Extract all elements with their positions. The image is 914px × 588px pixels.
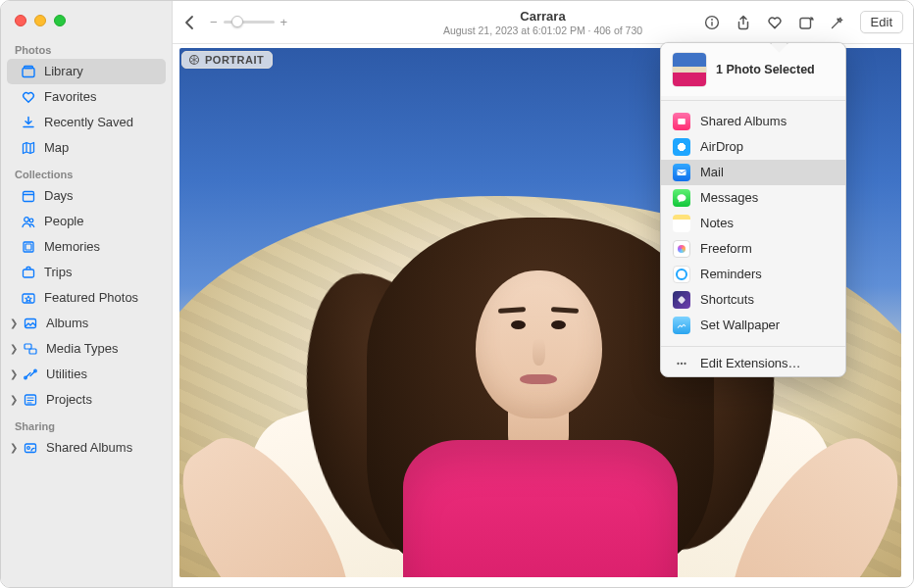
more-icon (673, 355, 690, 372)
sidebar-item-label: Map (44, 138, 69, 158)
share-icon (736, 15, 751, 30)
toolbar: − + Carrara August 21, 2023 at 6:01:02 P… (173, 1, 913, 44)
svg-rect-8 (23, 294, 34, 303)
rotate-button[interactable] (793, 11, 819, 34)
sidebar-item-label: Featured Photos (44, 288, 138, 308)
share-item-label: Shared Albums (700, 112, 787, 131)
airdrop-icon (673, 138, 690, 156)
download-icon (21, 115, 36, 130)
svg-rect-7 (24, 270, 34, 277)
window-controls (1, 7, 172, 36)
chevron-right-icon: ❯ (9, 314, 19, 333)
share-item-label: AirDrop (700, 137, 743, 157)
calendar-icon (21, 188, 36, 204)
info-icon (704, 15, 720, 30)
sidebar-item-trips[interactable]: Trips (7, 260, 166, 285)
minimize-window-button[interactable] (34, 15, 46, 26)
svg-point-16 (27, 447, 30, 450)
sidebar-item-label: People (44, 212, 83, 231)
share-item-freeform[interactable]: Freeform (661, 236, 845, 262)
zoom-thumb[interactable] (231, 16, 243, 27)
share-item-label: Shortcuts (700, 290, 754, 310)
edit-button[interactable]: Edit (860, 11, 903, 33)
sidebar-item-label: Utilities (46, 365, 87, 384)
sidebar-item-recently-saved[interactable]: Recently Saved (7, 110, 166, 135)
share-item-messages[interactable]: Messages (661, 185, 845, 211)
share-item-notes[interactable]: Notes (661, 211, 845, 236)
svg-rect-10 (25, 344, 31, 349)
info-button[interactable] (699, 11, 725, 34)
sidebar-item-memories[interactable]: Memories (7, 234, 166, 260)
sharedalbums-icon (23, 440, 38, 456)
share-item-shared-albums[interactable]: Shared Albums (661, 109, 845, 134)
sidebar-item-projects[interactable]: ❯Projects (7, 387, 166, 413)
sidebar-item-utilities[interactable]: ❯Utilities (7, 362, 166, 387)
sidebar-item-label: Media Types (46, 339, 118, 359)
sidebar-item-label: Favorites (44, 87, 96, 107)
sidebar-item-mediatypes[interactable]: ❯Media Types (7, 336, 166, 362)
sidebar-item-label: Projects (46, 390, 92, 410)
mediatypes-icon (23, 341, 38, 357)
sidebar-section-sharing: Sharing (1, 413, 172, 435)
share-edit-extensions[interactable]: Edit Extensions… (661, 351, 845, 376)
sidebar-item-albums[interactable]: ❯Albums (7, 311, 166, 336)
chevron-right-icon: ❯ (9, 365, 19, 384)
zoom-out-label: − (210, 15, 218, 29)
share-button[interactable] (731, 11, 756, 34)
wand-icon (830, 15, 845, 30)
shared-albums-icon (673, 113, 690, 130)
sidebar-item-library[interactable]: Library (7, 59, 166, 84)
close-window-button[interactable] (15, 15, 26, 26)
sidebar-item-label: Albums (46, 314, 88, 333)
freeform-icon (673, 240, 690, 258)
share-item-label: Mail (700, 163, 724, 182)
share-item-reminders[interactable]: Reminders (661, 262, 845, 287)
share-item-label: Set Wallpaper (700, 316, 780, 335)
projects-icon (23, 392, 38, 408)
shortcuts-icon (673, 291, 690, 309)
zoom-track[interactable] (224, 21, 275, 24)
sidebar-item-label: Days (44, 186, 74, 206)
sidebar-item-map[interactable]: Map (7, 135, 166, 161)
suitcase-icon (21, 265, 36, 280)
zoom-slider[interactable]: − + (210, 15, 287, 29)
sidebar-item-featured[interactable]: Featured Photos (7, 285, 166, 311)
svg-rect-23 (678, 296, 686, 304)
sidebar-item-days[interactable]: Days (7, 183, 166, 209)
heart-icon (767, 15, 783, 30)
share-item-label: Freeform (700, 239, 752, 259)
library-icon (21, 64, 36, 79)
back-button[interactable] (180, 11, 200, 34)
svg-rect-21 (678, 119, 686, 124)
share-item-airdrop[interactable]: AirDrop (661, 134, 845, 160)
sidebar-item-sharedalbums[interactable]: ❯Shared Albums (7, 435, 166, 461)
favorite-button[interactable] (762, 11, 787, 34)
svg-point-3 (25, 218, 29, 222)
auto-enhance-button[interactable] (825, 11, 850, 34)
svg-point-26 (684, 363, 686, 365)
sidebar-item-label: Memories (44, 237, 100, 257)
share-item-label: Notes (700, 214, 734, 233)
chevron-left-icon (182, 15, 198, 30)
messages-icon (673, 189, 690, 207)
svg-rect-19 (711, 22, 712, 26)
share-item-shortcuts[interactable]: Shortcuts (661, 287, 845, 313)
share-selected-count: 1 Photo Selected (716, 63, 815, 76)
heart-icon (21, 89, 36, 105)
share-menu-list: Shared AlbumsAirDropMailMessagesNotesFre… (661, 105, 845, 342)
utilities-icon (23, 367, 38, 382)
sidebar-item-favorites[interactable]: Favorites (7, 84, 166, 110)
sidebar-item-people[interactable]: People (7, 209, 166, 234)
share-popover-header: 1 Photo Selected (661, 43, 845, 96)
sidebar-section-collections: Collections (1, 161, 172, 183)
share-item-mail[interactable]: Mail (661, 160, 845, 185)
memories-icon (21, 239, 36, 255)
app-window: PhotosLibraryFavoritesRecently SavedMapC… (0, 0, 914, 588)
svg-point-4 (29, 219, 33, 222)
chevron-right-icon: ❯ (9, 390, 19, 410)
zoom-window-button[interactable] (54, 15, 66, 26)
sidebar-item-label: Shared Albums (46, 438, 132, 458)
share-popover: 1 Photo Selected Shared AlbumsAirDropMai… (660, 42, 846, 377)
share-item-wallpaper[interactable]: Set Wallpaper (661, 313, 845, 338)
svg-point-24 (677, 363, 679, 365)
